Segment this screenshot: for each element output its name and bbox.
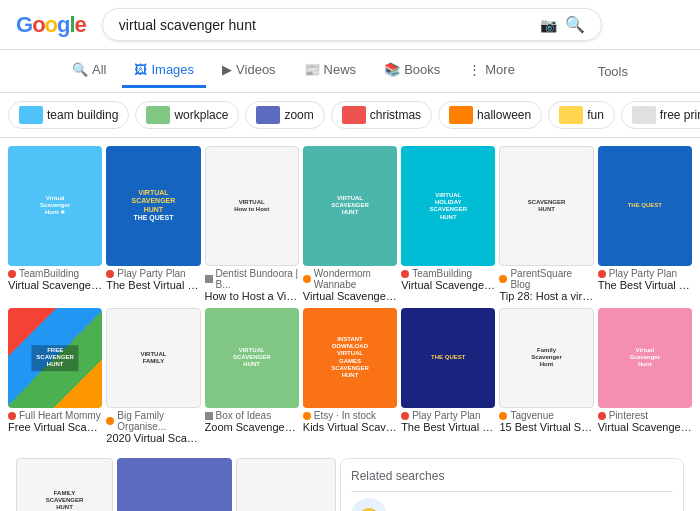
source-dot: [499, 412, 507, 420]
chip-workplace-label: workplace: [174, 108, 228, 122]
search-bar[interactable]: 📷 🔍: [102, 8, 602, 41]
source-name: Tagvenue: [510, 410, 553, 421]
books-icon: 📚: [384, 62, 400, 77]
tab-all[interactable]: 🔍 All: [60, 54, 118, 88]
tab-images-label: Images: [151, 62, 194, 77]
source-dot: [205, 275, 213, 283]
source-dot: [8, 270, 16, 278]
tab-all-label: All: [92, 62, 106, 77]
result-title: Virtual Scavenger Hunt id...: [8, 279, 102, 291]
related-item-1[interactable]: 😄 funny scavenger hunt ideas for adults: [351, 491, 673, 511]
source-name: Wondermom Wannabe: [314, 268, 397, 290]
videos-icon: ▶: [222, 62, 232, 77]
result-title: The Best Virtual Scaven...: [106, 279, 200, 291]
chips-row: team building workplace zoom christmas h…: [0, 93, 700, 138]
result-title: The Best Virtual Scaven...: [598, 279, 692, 291]
result-title: Virtual Scavenger Hunt...: [401, 279, 495, 291]
tab-more-label: More: [485, 62, 515, 77]
grid-item-r2c5[interactable]: THE QUEST Play Party Plan The Best Virtu…: [401, 308, 495, 446]
chip-halloween-label: halloween: [477, 108, 531, 122]
tab-videos-label: Videos: [236, 62, 276, 77]
tab-news-label: News: [324, 62, 357, 77]
images-icon: 🖼: [134, 62, 147, 77]
chip-zoom-label: zoom: [284, 108, 313, 122]
camera-icon[interactable]: 📷: [540, 17, 557, 33]
result-title: How to Host a Virtual S...: [205, 290, 299, 302]
search-button[interactable]: 🔍: [565, 15, 585, 34]
bottom-item-1[interactable]: FAMILYSCAVENGER HUNT: [16, 458, 113, 511]
source-dot: [8, 412, 16, 420]
grid-item-r2c3[interactable]: VIRTUALSCAVENGER HUNT Box of Ideas Zoom …: [205, 308, 299, 446]
google-logo: Google: [16, 12, 86, 38]
source-name: Etsy · In stock: [314, 410, 376, 421]
chip-workplace[interactable]: workplace: [135, 101, 239, 129]
news-icon: 📰: [304, 62, 320, 77]
nav-tabs: 🔍 All 🖼 Images ▶ Videos 📰 News 📚 Books ⋮…: [0, 50, 700, 93]
source-name: ParentSquare Blog: [510, 268, 593, 290]
chip-team-building-label: team building: [47, 108, 118, 122]
chip-fun-label: fun: [587, 108, 604, 122]
source-dot: [598, 412, 606, 420]
grid-item-r1c3[interactable]: VIRTUALHow to Host Dentist Bundoora | B.…: [205, 146, 299, 304]
more-icon: ⋮: [468, 62, 481, 77]
grid-item-r2c7[interactable]: VirtualScavenger Hunt Pinterest Virtual …: [598, 308, 692, 446]
source-name: Full Heart Mommy: [19, 410, 101, 421]
source-name: Play Party Plan: [609, 268, 677, 279]
source-name: Big Family Organise...: [117, 410, 200, 432]
chip-zoom[interactable]: zoom: [245, 101, 324, 129]
chip-christmas-label: christmas: [370, 108, 421, 122]
source-dot: [401, 412, 409, 420]
source-dot: [106, 270, 114, 278]
bottom-item-list[interactable]: Scavenger Huntlist items: [236, 458, 336, 511]
source-dot: [401, 270, 409, 278]
grid-item-r2c1[interactable]: FREESCAVENGER HUNT Full Heart Mommy Free…: [8, 308, 102, 446]
chip-fun[interactable]: fun: [548, 101, 615, 129]
result-title: Virtual Scavenger Hunt -...: [303, 290, 397, 302]
header: Google 📷 🔍: [0, 0, 700, 50]
source-dot: [205, 412, 213, 420]
source-name: Dentist Bundoora | B...: [216, 268, 299, 290]
grid-item-r2c6[interactable]: FamilyScavenger Hunt Tagvenue 15 Best Vi…: [499, 308, 593, 446]
chip-team-building[interactable]: team building: [8, 101, 129, 129]
grid-item-r1c7[interactable]: THE QUEST Play Party Plan The Best Virtu…: [598, 146, 692, 304]
result-title: Zoom Scavenger Hunt...: [205, 421, 299, 433]
bottom-item-scene[interactable]: Virtual ScavengerHunt scene🧑‍💻👩: [117, 458, 232, 511]
source-name: TeamBuilding: [412, 268, 472, 279]
result-title: 15 Best Virtual Scavenger H...: [499, 421, 593, 433]
source-dot: [598, 270, 606, 278]
source-dot: [499, 275, 507, 283]
grid-item-r1c4[interactable]: VIRTUALSCAVENGER HUNT Wondermom Wannabe …: [303, 146, 397, 304]
tools-button[interactable]: Tools: [586, 56, 640, 87]
grid-row-1: Virtual Scavenger Hunt ★ TeamBuilding Vi…: [8, 146, 692, 304]
grid-item-r2c4[interactable]: INSTANT DOWNLOADVIRTUAL GAMESSCAVENGER H…: [303, 308, 397, 446]
tab-books[interactable]: 📚 Books: [372, 54, 452, 88]
chip-free-printable-label: free printable: [660, 108, 700, 122]
source-name: Pinterest: [609, 410, 648, 421]
source-name: Box of Ideas: [216, 410, 272, 421]
grid-item-r1c1[interactable]: Virtual Scavenger Hunt ★ TeamBuilding Vi…: [8, 146, 102, 304]
chip-christmas[interactable]: christmas: [331, 101, 432, 129]
bottom-section: FAMILYSCAVENGER HUNT VIRTUALSCAVENGER HU…: [0, 458, 700, 511]
result-title: Kids Virtual Scavenger Hunt f...: [303, 421, 397, 433]
grid-item-r1c6[interactable]: SCAVENGER HUNT ParentSquare Blog Tip 28:…: [499, 146, 593, 304]
tab-news[interactable]: 📰 News: [292, 54, 369, 88]
source-dot: [303, 412, 311, 420]
grid-item-r2c2[interactable]: VIRTUALFAMILY Big Family Organise... 202…: [106, 308, 200, 446]
grid-item-r1c2[interactable]: VIRTUALSCAVENGER HUNTTHE QUEST Play Part…: [106, 146, 200, 304]
search-input[interactable]: [119, 17, 532, 33]
source-name: Play Party Plan: [412, 410, 480, 421]
result-title: 2020 Virtual Scavenger...: [106, 432, 200, 444]
source-name: TeamBuilding: [19, 268, 79, 279]
tab-videos[interactable]: ▶ Videos: [210, 54, 288, 88]
related-searches-title: Related searches: [351, 469, 673, 483]
result-title: Virtual Scavenger Hunt...: [598, 421, 692, 433]
tab-more[interactable]: ⋮ More: [456, 54, 527, 88]
result-title: Tip 28: Host a virtual sc...: [499, 290, 593, 302]
related-searches-box: Related searches 😄 funny scavenger hunt …: [340, 458, 684, 511]
grid-item-r1c5[interactable]: VIRTUAL HOLIDAYSCAVENGER HUNT TeamBuildi…: [401, 146, 495, 304]
chip-free-printable[interactable]: free printable: [621, 101, 700, 129]
source-dot: [303, 275, 311, 283]
chip-halloween[interactable]: halloween: [438, 101, 542, 129]
grid-row-2: FREESCAVENGER HUNT Full Heart Mommy Free…: [8, 308, 692, 446]
tab-images[interactable]: 🖼 Images: [122, 54, 206, 88]
